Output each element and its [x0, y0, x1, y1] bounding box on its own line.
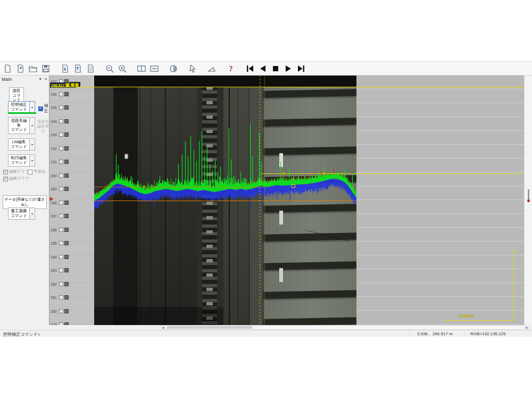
image-page-icon[interactable] — [59, 173, 63, 178]
page-import-icon[interactable] — [60, 63, 70, 74]
span-row[interactable]: 290 — [51, 173, 69, 178]
profile-graph-checkbox[interactable]: ✓ 縦断グラフ — [3, 176, 29, 181]
new-file-icon[interactable] — [2, 63, 13, 74]
image-thumb-icon[interactable] — [64, 105, 69, 110]
span-row[interactable]: 293 — [51, 132, 69, 137]
image-thumb-icon[interactable] — [64, 268, 69, 272]
tunnel-scan-image[interactable] — [94, 76, 356, 325]
chevron-down-icon[interactable]: ▼ — [29, 207, 35, 220]
image-thumb-icon[interactable] — [64, 201, 69, 205]
lens-icon[interactable] — [168, 63, 179, 74]
span-row[interactable]: 281 — [51, 295, 69, 300]
span-row[interactable]: 280 — [51, 309, 69, 314]
marker-handle[interactable] — [292, 184, 295, 188]
save-icon[interactable] — [40, 63, 51, 74]
vertical-scrollbar[interactable] — [524, 76, 532, 325]
image-page-icon[interactable] — [59, 146, 63, 151]
image-page-icon[interactable] — [59, 268, 63, 272]
image-page-icon[interactable] — [59, 201, 63, 205]
image-thumb-icon[interactable] — [64, 255, 69, 259]
image-thumb-icon[interactable] — [64, 132, 69, 137]
span-row[interactable]: 286 — [51, 227, 69, 232]
span-row[interactable]: 289 — [51, 186, 69, 192]
image-page-icon[interactable] — [59, 132, 63, 137]
image-page-icon[interactable] — [59, 160, 63, 164]
image-page-icon[interactable] — [59, 187, 63, 191]
level-line-handle[interactable] — [282, 172, 285, 175]
image-thumb-icon[interactable] — [64, 187, 69, 191]
span-row[interactable]: 292 — [51, 146, 69, 151]
image-page-icon[interactable] — [59, 295, 63, 300]
image-page-icon[interactable] — [59, 255, 63, 259]
image-thumb-icon[interactable] — [64, 119, 69, 123]
open-folder-icon[interactable] — [28, 63, 38, 74]
span-row[interactable]: 295 — [51, 105, 69, 110]
image-page-icon[interactable] — [59, 241, 63, 245]
horizontal-scrollbar-thumb[interactable] — [167, 326, 252, 329]
span-row[interactable]: 285 — [51, 240, 69, 246]
span-row[interactable]: 294 — [51, 119, 69, 124]
image-thumb-icon[interactable] — [64, 309, 69, 313]
help-icon[interactable]: ? — [226, 63, 236, 74]
lm-edit-command-button[interactable]: LM編集 コマンド ▼ — [8, 138, 35, 151]
select-cursor-icon[interactable] — [187, 63, 198, 74]
smoothing-checkbox[interactable]: 平滑化 — [28, 169, 46, 174]
image-thumb-icon[interactable] — [64, 173, 69, 178]
span-row[interactable]: 291 — [51, 159, 69, 164]
span-row[interactable]: 284 — [51, 254, 69, 260]
image-thumb-icon[interactable] — [64, 282, 69, 286]
image-thumb-icon[interactable] — [64, 241, 69, 245]
scroll-left-icon[interactable]: ◄ — [160, 326, 166, 329]
cross-graph-checkbox[interactable]: ✓ 横断グラフ — [3, 169, 29, 174]
chevron-down-icon[interactable]: ▼ — [29, 101, 35, 113]
panel-close-icon[interactable]: ✕ — [44, 77, 47, 81]
lining-image-command-button[interactable]: 覆工画像 コマンド ▼ — [8, 207, 35, 220]
horizontal-scrollbar-row: ◄ ► — [0, 325, 532, 330]
skip-first-icon[interactable] — [245, 63, 255, 74]
stop-icon[interactable] — [270, 63, 281, 74]
marker-icon[interactable] — [71, 83, 74, 87]
tile-horizontal-icon[interactable] — [149, 63, 160, 74]
meander-edit-command-button[interactable]: 蛇行編集 コマンド ▼ — [8, 154, 35, 167]
chevron-down-icon[interactable]: ▼ — [29, 154, 35, 167]
horizontal-scrollbar[interactable]: ◄ ► — [160, 325, 530, 330]
lighting-correction-command-button[interactable]: 照明補正 コマンド ▼ — [8, 101, 35, 113]
chevron-down-icon[interactable]: ▼ — [29, 117, 35, 134]
image-page-icon[interactable] — [59, 282, 63, 286]
skip-last-icon[interactable] — [296, 63, 306, 74]
step-forward-icon[interactable] — [283, 63, 294, 74]
add-file-icon[interactable] — [15, 63, 26, 74]
image-page-icon[interactable] — [59, 214, 63, 218]
correction-checkbox[interactable]: ✓ 補正 — [38, 103, 49, 114]
zoom-out-icon[interactable] — [104, 63, 115, 74]
page-note-icon[interactable] — [85, 63, 96, 74]
image-page-icon[interactable] — [59, 105, 63, 110]
image-thumb-icon[interactable] — [64, 92, 69, 96]
span-row[interactable]: 283 — [51, 268, 69, 273]
level-line-handle[interactable] — [323, 172, 326, 175]
page-export-icon[interactable] — [72, 63, 83, 74]
span-row[interactable]: 296 — [51, 92, 69, 97]
step-back-icon[interactable] — [257, 63, 268, 74]
marker-icon[interactable] — [75, 83, 79, 87]
chevron-down-icon[interactable]: ▼ — [29, 138, 35, 151]
zoom-in-icon[interactable] — [117, 63, 128, 74]
image-thumb-icon[interactable] — [64, 160, 69, 164]
image-thumb-icon[interactable] — [64, 214, 69, 218]
image-page-icon[interactable] — [59, 228, 63, 232]
image-page-icon[interactable] — [59, 119, 63, 123]
span-distance-label: 290 — [51, 174, 58, 178]
image-thumb-icon[interactable] — [64, 146, 69, 151]
span-row[interactable]: 282 — [51, 281, 69, 287]
span-row[interactable]: 288 — [51, 200, 69, 205]
panel-pin-icon[interactable]: ▼ — [38, 77, 42, 81]
image-page-icon[interactable] — [59, 92, 63, 96]
scroll-right-icon[interactable]: ► — [524, 326, 530, 329]
image-thumb-icon[interactable] — [64, 295, 69, 300]
road-length-edit-command-button[interactable]: 道路長編集 コマンド ▼ — [8, 117, 35, 134]
image-thumb-icon[interactable] — [64, 228, 69, 232]
span-row[interactable]: 287 — [51, 213, 69, 219]
tile-vertical-icon[interactable] — [136, 63, 147, 74]
angle-measure-icon[interactable] — [206, 63, 217, 74]
image-page-icon[interactable] — [59, 309, 63, 313]
